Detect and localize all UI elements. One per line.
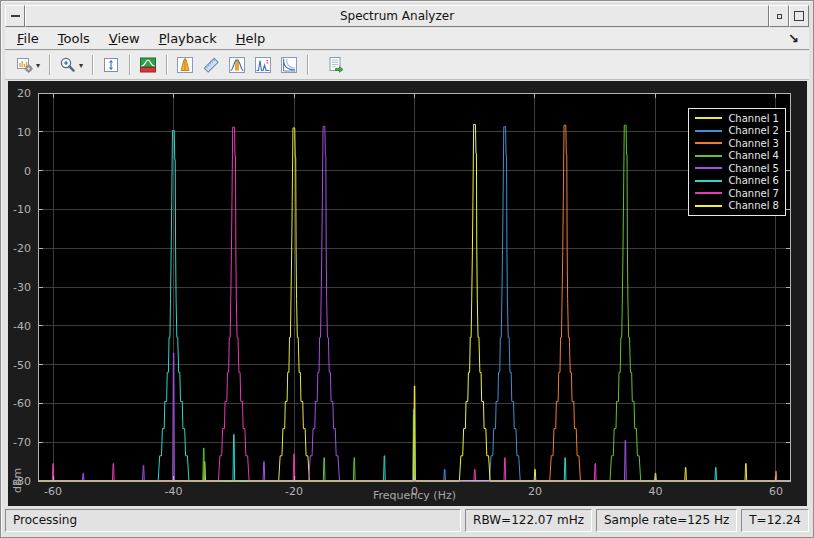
channel-measurements-icon xyxy=(228,56,246,74)
legend-label: Channel 8 xyxy=(728,200,779,211)
cursor-measurements-icon xyxy=(202,56,220,74)
plot-axes: -60-40-20020406020100-10-20-30-40-50-60-… xyxy=(38,93,791,481)
legend-line-swatch xyxy=(695,205,722,207)
legend-line-swatch xyxy=(695,180,722,182)
toolbar-separator xyxy=(166,55,167,75)
menu-view[interactable]: View xyxy=(109,31,140,46)
fit-to-view-icon xyxy=(102,56,120,74)
y-tick-label: 10 xyxy=(17,126,31,139)
legend-item[interactable]: Channel 8 xyxy=(695,200,779,213)
window-title: Spectrum Analyzer xyxy=(340,9,454,23)
dock-icon[interactable]: ↘ xyxy=(788,31,799,46)
legend-item[interactable]: Channel 4 xyxy=(695,150,779,163)
y-tick-label: -10 xyxy=(13,203,31,216)
legend-label: Channel 2 xyxy=(728,125,779,136)
status-sample-rate: Sample rate=125 Hz xyxy=(596,509,737,532)
y-tick-label: -80 xyxy=(13,475,31,488)
menu-playback[interactable]: Playback xyxy=(159,31,217,46)
legend-item[interactable]: Channel 6 xyxy=(695,175,779,188)
zoom-in-button[interactable]: ▾ xyxy=(55,53,87,77)
legend-line-swatch xyxy=(695,117,722,119)
status-time: T=12.24 xyxy=(741,509,809,532)
spectrum-settings-button[interactable] xyxy=(135,53,161,77)
toolbar: ▾ ▾ xyxy=(5,51,809,80)
y-tick-label: -70 xyxy=(13,436,31,449)
legend-label: Channel 6 xyxy=(728,175,779,186)
zoom-dropdown-icon[interactable]: ▾ xyxy=(79,61,83,70)
peak-finder-icon xyxy=(176,56,194,74)
configuration-properties-icon xyxy=(16,56,34,74)
spectrum-analyzer-window: Spectrum Analyzer File Tools View Playba… xyxy=(0,0,814,538)
maximize-icon xyxy=(794,11,804,21)
legend-line-swatch xyxy=(695,155,722,157)
cursor-measurements-button[interactable] xyxy=(198,53,224,77)
menu-help[interactable]: Help xyxy=(236,31,266,46)
legend-label: Channel 7 xyxy=(728,188,779,199)
y-tick-label: 20 xyxy=(17,87,31,100)
minimize-icon xyxy=(777,14,782,19)
legend-label: Channel 3 xyxy=(728,138,779,149)
legend-item[interactable]: Channel 1 xyxy=(695,112,779,125)
toolbar-separator xyxy=(49,55,50,75)
y-tick-label: -60 xyxy=(13,397,31,410)
ccdf-measurements-button[interactable] xyxy=(276,53,302,77)
y-tick-label: -20 xyxy=(13,242,31,255)
distortion-measurements-button[interactable] xyxy=(250,53,276,77)
menubar: File Tools View Playback Help ↘ xyxy=(5,28,809,50)
maximize-button[interactable] xyxy=(789,5,809,27)
configuration-dropdown-icon[interactable]: ▾ xyxy=(36,61,40,70)
legend-line-swatch xyxy=(695,167,722,169)
legend-item[interactable]: Channel 3 xyxy=(695,137,779,150)
y-tick-label: 0 xyxy=(24,165,31,178)
toolbar-separator xyxy=(92,55,93,75)
status-bar: Processing RBW=122.07 mHz Sample rate=12… xyxy=(5,509,809,532)
configuration-properties-button[interactable]: ▾ xyxy=(12,53,44,77)
chart-canvas[interactable]: -60-40-20020406020100-10-20-30-40-50-60-… xyxy=(38,93,791,481)
status-message: Processing xyxy=(5,509,461,532)
legend-label: Channel 4 xyxy=(728,150,779,161)
legend-line-swatch xyxy=(695,192,722,194)
toolbar-separator xyxy=(129,55,130,75)
legend-label: Channel 5 xyxy=(728,163,779,174)
legend: Channel 1Channel 2Channel 3Channel 4Chan… xyxy=(688,108,786,216)
x-axis-label: Frequency (Hz) xyxy=(38,489,791,502)
menu-file[interactable]: File xyxy=(17,31,39,46)
legend-item[interactable]: Channel 7 xyxy=(695,187,779,200)
generate-script-icon xyxy=(327,56,345,74)
distortion-measurements-icon xyxy=(254,56,272,74)
minimize-button[interactable] xyxy=(769,5,789,27)
legend-line-swatch xyxy=(695,130,722,132)
window-menu-button[interactable] xyxy=(5,5,25,27)
fit-to-view-button[interactable] xyxy=(98,53,124,77)
generate-script-button[interactable] xyxy=(323,53,349,77)
legend-item[interactable]: Channel 5 xyxy=(695,162,779,175)
titlebar: Spectrum Analyzer xyxy=(5,5,809,27)
legend-line-swatch xyxy=(695,142,722,144)
legend-label: Channel 1 xyxy=(728,113,779,124)
channel-measurements-button[interactable] xyxy=(224,53,250,77)
spectrum-plot: dBm -60-40-20020406020100-10-20-30-40-50… xyxy=(8,81,807,506)
y-tick-label: -30 xyxy=(13,281,31,294)
status-rbw: RBW=122.07 mHz xyxy=(465,509,592,532)
titlebar-drag-area[interactable]: Spectrum Analyzer xyxy=(25,5,769,27)
menu-tools[interactable]: Tools xyxy=(58,31,90,46)
ccdf-measurements-icon xyxy=(280,56,298,74)
window-menu-icon xyxy=(11,15,20,17)
zoom-in-icon xyxy=(59,56,77,74)
y-tick-label: -50 xyxy=(13,359,31,372)
toolbar-separator xyxy=(307,55,308,75)
spectrum-settings-icon xyxy=(139,56,157,74)
peak-finder-button[interactable] xyxy=(172,53,198,77)
legend-item[interactable]: Channel 2 xyxy=(695,125,779,138)
y-tick-label: -40 xyxy=(13,320,31,333)
